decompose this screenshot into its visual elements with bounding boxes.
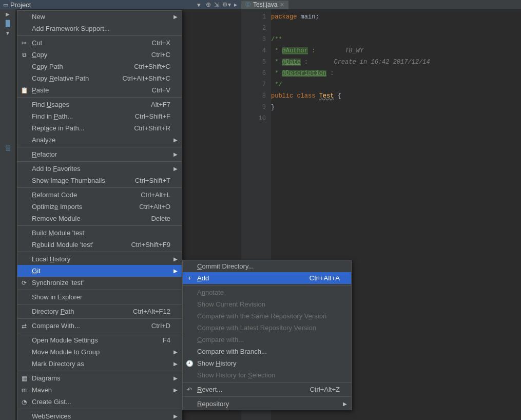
menu-main-separator bbox=[17, 409, 182, 409]
menu-label: Paste bbox=[32, 86, 152, 94]
menu-label: New bbox=[32, 13, 170, 21]
menu-git-show-history[interactable]: 🕘Show History bbox=[183, 357, 351, 369]
menu-main-synchronize-test[interactable]: ⟳Synchronize 'test' bbox=[17, 277, 182, 289]
menu-main-separator bbox=[17, 97, 182, 98]
revert-icon: ↶ bbox=[186, 386, 193, 393]
menu-git-repository[interactable]: Repository▶ bbox=[183, 398, 351, 410]
menu-git-compare-with: Compare with... bbox=[183, 334, 351, 346]
menu-main-move-module-to-group[interactable]: Move Module to Group▶ bbox=[17, 346, 182, 358]
tree-expand-icon[interactable]: ▶ bbox=[6, 11, 10, 17]
chevron-right-icon: ▶ bbox=[173, 151, 178, 157]
menu-label: Move Module to Group bbox=[32, 348, 170, 356]
menu-main-separator bbox=[17, 371, 182, 371]
menu-main-show-in-explorer[interactable]: Show in Explorer bbox=[17, 291, 182, 303]
java-file-icon: Ⓒ bbox=[245, 1, 250, 8]
menu-main-cut[interactable]: ✂CutCtrl+X bbox=[17, 37, 182, 49]
menu-main-new[interactable]: New▶ bbox=[17, 11, 182, 23]
settings-icon[interactable]: ⚙▾ bbox=[222, 1, 231, 8]
menu-label: Copy Relative Path bbox=[32, 74, 122, 82]
menu-main-add-to-favorites[interactable]: Add to Favorites▶ bbox=[17, 163, 182, 175]
shortcut-label: Ctrl+Alt+F12 bbox=[133, 308, 170, 315]
menu-main-git[interactable]: Git▶ bbox=[17, 265, 182, 277]
menu-label: Directory Path bbox=[32, 308, 133, 315]
menu-main-find-usages[interactable]: Find UsagesAlt+F7 bbox=[17, 99, 182, 110]
menu-git-show-current-revision: Show Current Revision bbox=[183, 298, 351, 310]
compare-with-icon: ⇄ bbox=[21, 322, 28, 330]
editor-tab-test-java[interactable]: Ⓒ Test.java ✕ bbox=[241, 1, 288, 9]
chevron-down-icon[interactable]: ▾ bbox=[197, 1, 201, 9]
menu-main-webservices[interactable]: WebServices▶ bbox=[17, 410, 182, 420]
menu-main-rebuild-module-test[interactable]: Rebuild Module 'test'Ctrl+Shift+F9 bbox=[17, 239, 182, 251]
menu-main-compare-with[interactable]: ⇄Compare With...Ctrl+D bbox=[17, 320, 182, 332]
menu-main-find-in-path[interactable]: Find in Path...Ctrl+Shift+F bbox=[17, 110, 182, 122]
folder-icon[interactable]: ▉ bbox=[6, 20, 10, 27]
menu-label: Mark Directory as bbox=[32, 360, 170, 368]
menu-main-create-gist[interactable]: ◔Create Gist... bbox=[17, 396, 182, 408]
menu-main-separator bbox=[17, 225, 182, 226]
shortcut-label: Ctrl+Alt+Z bbox=[310, 386, 340, 393]
menu-git-separator bbox=[183, 396, 351, 397]
chevron-right-icon: ▶ bbox=[173, 413, 178, 419]
menu-main-directory-path[interactable]: Directory PathCtrl+Alt+F12 bbox=[17, 306, 182, 317]
menu-main-remove-module[interactable]: Remove ModuleDelete bbox=[17, 213, 182, 224]
chevron-right-icon: ▶ bbox=[173, 349, 178, 355]
menu-git-compare-with-branch[interactable]: Compare with Branch... bbox=[183, 346, 351, 357]
shortcut-label: Delete bbox=[151, 215, 170, 222]
shortcut-label: Ctrl+C bbox=[151, 51, 170, 59]
menu-main-add-framework-support[interactable]: Add Framework Support... bbox=[17, 23, 182, 34]
menu-main-mark-directory-as[interactable]: Mark Directory as▶ bbox=[17, 358, 182, 370]
shortcut-label: Ctrl+Alt+Shift+C bbox=[122, 74, 170, 82]
locate-icon[interactable]: ⊕ bbox=[206, 1, 211, 8]
tree-collapse-icon[interactable]: ▼ bbox=[5, 30, 10, 36]
menu-main-separator bbox=[17, 252, 182, 252]
shortcut-label: Ctrl+Alt+O bbox=[139, 203, 170, 211]
hide-icon[interactable]: ▸ bbox=[234, 1, 237, 8]
structure-icon[interactable]: ☰ bbox=[5, 145, 11, 152]
menu-main-open-module-settings[interactable]: Open Module SettingsF4 bbox=[17, 334, 182, 346]
menu-main-refactor[interactable]: Refactor▶ bbox=[17, 148, 182, 160]
project-panel-label: Project bbox=[10, 1, 195, 9]
menu-label: Commit Directory... bbox=[197, 262, 340, 270]
menu-main-optimize-imports[interactable]: Optimize ImportsCtrl+Alt+O bbox=[17, 201, 182, 213]
menu-label: Find Usages bbox=[32, 101, 151, 108]
menu-label: Create Gist... bbox=[32, 398, 170, 406]
close-icon[interactable]: ✕ bbox=[280, 2, 284, 8]
menu-main-build-module-test[interactable]: Build Module 'test' bbox=[17, 227, 182, 239]
menu-label: Revert... bbox=[197, 386, 310, 393]
menu-main-diagrams[interactable]: ▦Diagrams▶ bbox=[17, 372, 182, 384]
menu-main-copy-path[interactable]: Copy PathCtrl+Shift+C bbox=[17, 61, 182, 72]
menu-label: Git bbox=[32, 267, 170, 275]
menu-label: Show History for Selection bbox=[197, 371, 340, 379]
menu-main-copy[interactable]: ⧉CopyCtrl+C bbox=[17, 49, 182, 61]
menu-label: Reformat Code bbox=[32, 191, 141, 199]
menu-git-revert[interactable]: ↶Revert...Ctrl+Alt+Z bbox=[183, 384, 351, 395]
menu-main-local-history[interactable]: Local History▶ bbox=[17, 253, 182, 265]
menu-git-commit-directory[interactable]: Commit Directory... bbox=[183, 260, 351, 272]
menu-main-separator bbox=[17, 318, 182, 319]
menu-git-separator bbox=[183, 382, 351, 383]
menu-label: Show in Explorer bbox=[32, 293, 170, 301]
menu-main-maven[interactable]: mMaven▶ bbox=[17, 384, 182, 396]
cut-icon: ✂ bbox=[21, 40, 28, 47]
menu-main-paste[interactable]: 📋PasteCtrl+V bbox=[17, 84, 182, 96]
menu-main-separator bbox=[17, 290, 182, 290]
shortcut-label: F4 bbox=[163, 336, 170, 344]
menu-label: Copy bbox=[32, 51, 151, 59]
shortcut-label: Ctrl+Alt+A bbox=[310, 274, 340, 282]
menu-label: Analyze bbox=[32, 136, 170, 144]
menu-main-copy-relative-path[interactable]: Copy Relative PathCtrl+Alt+Shift+C bbox=[17, 72, 182, 84]
menu-label: Optimize Imports bbox=[32, 203, 139, 211]
menu-label: Remove Module bbox=[32, 215, 151, 222]
menu-label: Add bbox=[197, 274, 310, 282]
menu-main-show-image-thumbnails[interactable]: Show Image ThumbnailsCtrl+Shift+T bbox=[17, 175, 182, 186]
maven-icon: m bbox=[21, 387, 28, 394]
menu-main-replace-in-path[interactable]: Replace in Path...Ctrl+Shift+R bbox=[17, 122, 182, 134]
menu-git-add[interactable]: +AddCtrl+Alt+A bbox=[183, 272, 351, 284]
shortcut-label: Ctrl+X bbox=[152, 39, 170, 47]
collapse-icon[interactable]: ⇲ bbox=[214, 1, 219, 8]
menu-main-reformat-code[interactable]: Reformat CodeCtrl+Alt+L bbox=[17, 189, 182, 201]
diagrams-icon: ▦ bbox=[21, 375, 28, 382]
chevron-right-icon: ▶ bbox=[343, 401, 347, 407]
menu-main-analyze[interactable]: Analyze▶ bbox=[17, 134, 182, 146]
menu-main-separator bbox=[17, 35, 182, 36]
